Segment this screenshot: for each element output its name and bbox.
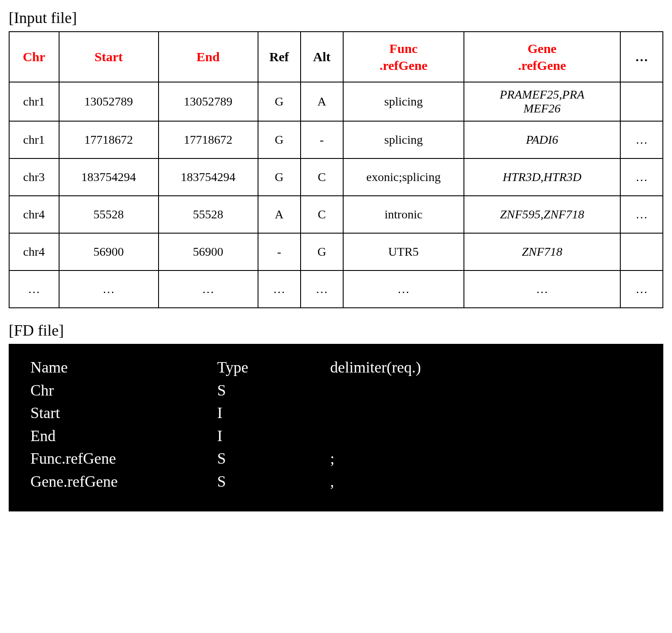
fd-type: I xyxy=(217,425,330,447)
cell-chr: chr4 xyxy=(9,196,59,233)
cell-gene: PRAMEF25,PRA MEF26 xyxy=(464,82,620,121)
fd-type: I xyxy=(217,402,330,424)
fd-name: End xyxy=(30,425,217,447)
cell-more xyxy=(620,233,663,270)
fd-file-label: [FD file] xyxy=(9,321,663,340)
cell-end: … xyxy=(159,270,258,308)
fd-delim: , xyxy=(330,471,646,492)
cell-more xyxy=(620,82,663,121)
cell-chr: chr1 xyxy=(9,82,59,121)
cell-gene: ZNF595,ZNF718 xyxy=(464,196,620,233)
fd-row: Func.refGene S ; xyxy=(30,448,646,469)
cell-ref: - xyxy=(258,233,301,270)
cell-gene: PADI6 xyxy=(464,121,620,158)
cell-end: 55528 xyxy=(159,196,258,233)
fd-name: Start xyxy=(30,402,217,424)
cell-more: … xyxy=(620,121,663,158)
cell-end: 17718672 xyxy=(159,121,258,158)
cell-gene: HTR3D,HTR3D xyxy=(464,158,620,196)
fd-header-delim: delimiter(req.) xyxy=(330,357,646,378)
cell-alt: - xyxy=(301,121,343,158)
cell-func: splicing xyxy=(343,121,464,158)
table-row: chr1 17718672 17718672 G - splicing PADI… xyxy=(9,121,663,158)
table-row: chr4 55528 55528 A C intronic ZNF595,ZNF… xyxy=(9,196,663,233)
cell-func: exonic;splicing xyxy=(343,158,464,196)
fd-header-type: Type xyxy=(217,357,330,378)
fd-row: Start I xyxy=(30,402,646,424)
cell-start: 183754294 xyxy=(59,158,159,196)
cell-func: intronic xyxy=(343,196,464,233)
cell-func: … xyxy=(343,270,464,308)
header-end: End xyxy=(159,32,258,82)
cell-chr: … xyxy=(9,270,59,308)
fd-name: Gene.refGene xyxy=(30,471,217,492)
input-file-label: [Input file] xyxy=(9,9,663,27)
cell-ref: G xyxy=(258,82,301,121)
cell-alt: … xyxy=(301,270,343,308)
fd-delim xyxy=(330,402,646,424)
cell-ref: G xyxy=(258,158,301,196)
cell-chr: chr1 xyxy=(9,121,59,158)
fd-delim xyxy=(330,380,646,401)
header-alt: Alt xyxy=(301,32,343,82)
fd-type: S xyxy=(217,380,330,401)
header-start: Start xyxy=(59,32,159,82)
cell-gene: ZNF718 xyxy=(464,233,620,270)
cell-end: 13052789 xyxy=(159,82,258,121)
cell-start: … xyxy=(59,270,159,308)
cell-more: … xyxy=(620,158,663,196)
cell-alt: C xyxy=(301,196,343,233)
cell-chr: chr3 xyxy=(9,158,59,196)
fd-name: Func.refGene xyxy=(30,448,217,469)
header-func: Func .refGene xyxy=(343,32,464,82)
cell-end: 56900 xyxy=(159,233,258,270)
fd-header-row: Name Type delimiter(req.) xyxy=(30,357,646,378)
cell-start: 17718672 xyxy=(59,121,159,158)
header-chr: Chr xyxy=(9,32,59,82)
cell-ref: G xyxy=(258,121,301,158)
cell-start: 56900 xyxy=(59,233,159,270)
fd-delim xyxy=(330,425,646,447)
input-file-table: Chr Start End Ref Alt Func .refGene Gene… xyxy=(9,31,663,308)
table-row: chr1 13052789 13052789 G A splicing PRAM… xyxy=(9,82,663,121)
cell-alt: C xyxy=(301,158,343,196)
cell-ref: A xyxy=(258,196,301,233)
cell-start: 55528 xyxy=(59,196,159,233)
cell-chr: chr4 xyxy=(9,233,59,270)
cell-start: 13052789 xyxy=(59,82,159,121)
fd-type: S xyxy=(217,471,330,492)
fd-row: End I xyxy=(30,425,646,447)
header-more: … xyxy=(620,32,663,82)
fd-row: Gene.refGene S , xyxy=(30,471,646,492)
fd-delim: ; xyxy=(330,448,646,469)
cell-alt: G xyxy=(301,233,343,270)
cell-more: … xyxy=(620,270,663,308)
cell-gene: … xyxy=(464,270,620,308)
fd-row: Chr S xyxy=(30,380,646,401)
cell-alt: A xyxy=(301,82,343,121)
table-header-row: Chr Start End Ref Alt Func .refGene Gene… xyxy=(9,32,663,82)
table-row: … … … … … … … … xyxy=(9,270,663,308)
cell-func: splicing xyxy=(343,82,464,121)
table-row: chr3 183754294 183754294 G C exonic;spli… xyxy=(9,158,663,196)
fd-header-name: Name xyxy=(30,357,217,378)
cell-end: 183754294 xyxy=(159,158,258,196)
fd-type: S xyxy=(217,448,330,469)
fd-file-panel: Name Type delimiter(req.) Chr S Start I … xyxy=(9,344,663,511)
cell-func: UTR5 xyxy=(343,233,464,270)
header-gene: Gene .refGene xyxy=(464,32,620,82)
cell-more: … xyxy=(620,196,663,233)
table-row: chr4 56900 56900 - G UTR5 ZNF718 xyxy=(9,233,663,270)
header-ref: Ref xyxy=(258,32,301,82)
cell-ref: … xyxy=(258,270,301,308)
fd-name: Chr xyxy=(30,380,217,401)
